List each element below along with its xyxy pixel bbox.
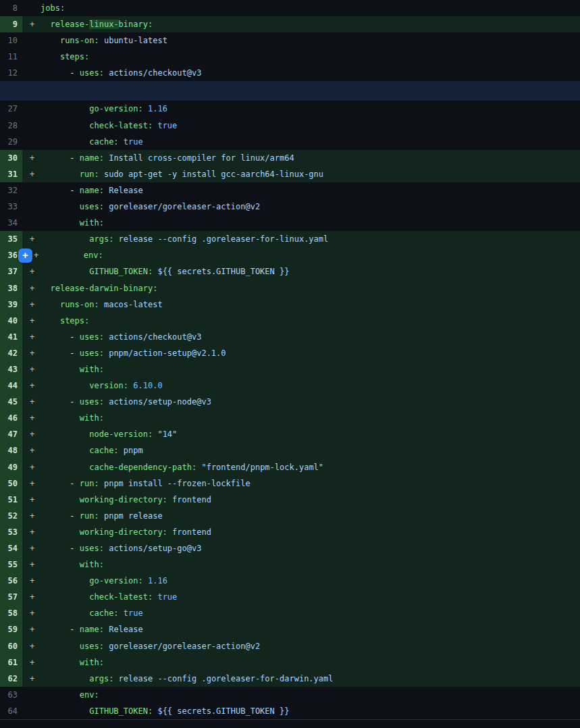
line-number[interactable]: 60 (0, 638, 22, 654)
diff-row: 43+ with: (0, 361, 580, 378)
diff-row: 52+ - run: pnpm release (0, 508, 580, 524)
line-number[interactable]: 61 (0, 654, 22, 671)
diff-row: 44+ version: 6.10.0 (0, 378, 580, 394)
line-number[interactable]: 46 (0, 410, 22, 426)
line-number[interactable]: 10 (0, 32, 22, 49)
line-number[interactable]: 59 (0, 621, 22, 638)
diff-row: 12 - uses: actions/checkout@v3 (0, 65, 580, 81)
code-token: uses: (80, 642, 104, 651)
line-number[interactable]: 8 (0, 0, 22, 16)
line-number[interactable]: 35 (0, 231, 22, 247)
code-token: goreleaser/goreleaser-action@v2 (109, 642, 260, 651)
line-number[interactable]: 28 (0, 118, 22, 134)
code-token (99, 479, 104, 488)
code-line: + - uses: actions/setup-go@v3 (22, 540, 580, 556)
line-number[interactable]: 53 (0, 524, 22, 540)
diff-addition-marker: + (22, 16, 41, 32)
code-token: - (41, 544, 80, 553)
code-token: GITHUB_TOKEN: (89, 706, 153, 716)
line-number[interactable]: 49 (0, 459, 22, 475)
code-line: + - run: pnpm release (22, 508, 580, 524)
line-number[interactable]: 48 (0, 442, 22, 459)
line-number[interactable]: 57 (0, 589, 22, 605)
diff-row: 33 uses: goreleaser/goreleaser-action@v2 (0, 199, 580, 215)
code-token (113, 674, 118, 683)
line-number[interactable]: 47 (0, 426, 22, 442)
code-line: - name: Release (22, 182, 580, 199)
code-token: uses: (80, 202, 104, 211)
code-token: - (41, 153, 80, 163)
code-token: uses: (80, 68, 104, 78)
line-number[interactable]: 9 (0, 16, 22, 32)
line-number[interactable]: 34 (0, 215, 22, 231)
line-number[interactable]: 30 (0, 150, 22, 166)
line-number[interactable]: 63 (0, 687, 22, 703)
line-number[interactable]: 45 (0, 394, 22, 410)
line-number[interactable]: 64 (0, 703, 22, 719)
code-token (41, 52, 60, 61)
line-number[interactable]: 12 (0, 65, 22, 81)
line-number[interactable]: 38 (0, 280, 22, 296)
code-token (41, 170, 80, 179)
code-token (41, 706, 89, 716)
line-number[interactable]: 43 (0, 361, 22, 378)
line-number[interactable]: 11 (0, 49, 22, 65)
code-line: + - name: Install cross-compiler for lin… (22, 150, 580, 166)
line-number[interactable]: 27 (0, 101, 22, 117)
line-number[interactable]: 55 (0, 556, 22, 573)
diff-row: 46+ with: (0, 410, 580, 426)
expand-hidden-lines-row[interactable] (0, 81, 580, 101)
line-number[interactable]: 41 (0, 329, 22, 345)
line-number[interactable]: 40 (0, 313, 22, 329)
diff-row: 40+ steps: (0, 313, 580, 329)
code-line: with: (22, 215, 580, 231)
code-token: check-latest: (89, 592, 153, 602)
diff-addition-marker: + (22, 329, 41, 345)
line-number[interactable]: 52 (0, 508, 22, 524)
code-token (41, 527, 80, 537)
code-token: runs-on: (60, 300, 99, 309)
line-number[interactable]: 54 (0, 540, 22, 556)
diff-row: 61+ with: (0, 654, 580, 671)
code-token (41, 218, 80, 228)
code-token (41, 137, 89, 147)
line-number[interactable]: 44 (0, 378, 22, 394)
diff-addition-marker: + (22, 263, 41, 280)
line-number[interactable]: 29 (0, 134, 22, 150)
code-line: + - uses: actions/setup-node@v3 (22, 394, 580, 410)
line-number[interactable]: 58 (0, 605, 22, 621)
code-token (41, 690, 80, 700)
line-number[interactable]: 51 (0, 492, 22, 508)
code-line: jobs: (22, 0, 580, 16)
diff-row: 51+ working-directory: frontend (0, 492, 580, 508)
line-number[interactable]: 50 (0, 475, 22, 492)
line-number[interactable]: 42 (0, 345, 22, 361)
line-number[interactable]: 56 (0, 573, 22, 589)
diff-row: 32 - name: Release (0, 182, 580, 199)
diff-row: 57+ check-latest: true (0, 589, 580, 605)
diff-row: 35+ args: release --config .goreleaser-f… (0, 231, 580, 247)
code-token: - (41, 332, 80, 342)
diff-row: 60+ uses: goreleaser/goreleaser-action@v… (0, 638, 580, 654)
code-line: cache: true (22, 134, 580, 150)
code-line: go-version: 1.16 (22, 101, 580, 117)
code-token: - (41, 348, 80, 358)
add-comment-button[interactable]: + (18, 249, 32, 263)
diff-row: 27 go-version: 1.16 (0, 101, 580, 117)
code-token (167, 495, 172, 504)
code-token: 1.16 (148, 576, 167, 586)
diff-addition-marker: + (22, 378, 41, 394)
line-number[interactable]: 62 (0, 671, 22, 687)
diff-addition-marker: + (22, 524, 41, 540)
line-number[interactable]: 39 (0, 296, 22, 313)
line-number[interactable]: 31 (0, 166, 22, 182)
diff-addition-marker: + (22, 426, 41, 442)
diff-row: 58+ cache: true (0, 605, 580, 621)
code-token: - (41, 625, 80, 634)
line-number[interactable]: 37 (0, 263, 22, 280)
line-number[interactable]: 32 (0, 182, 22, 199)
line-number[interactable]: 33 (0, 199, 22, 215)
code-token (41, 495, 80, 504)
code-line: + runs-on: macos-latest (22, 296, 580, 313)
code-line: + release-linux-binary: (22, 16, 580, 32)
